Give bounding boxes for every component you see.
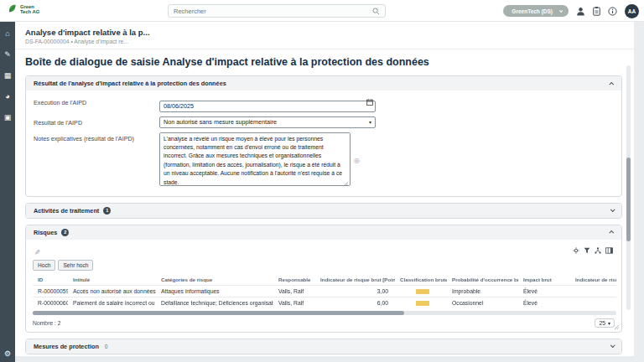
section-result-card: Résultat de l'analyse d'impact relative … <box>25 75 622 197</box>
chevron-down-icon[interactable] <box>610 207 615 212</box>
search-input[interactable] <box>174 8 372 15</box>
risks-table: ID Intitulé Catégories de risque Respons… <box>33 274 616 308</box>
cell-categories: Attaques informatiques <box>156 286 273 297</box>
sidebar: ⌂ ✎ ▦ ◕ ▣ ⚙ <box>0 22 15 362</box>
calendar-icon[interactable] <box>366 99 373 106</box>
execution-date-input[interactable] <box>159 101 376 112</box>
result-label: Résultat de l'AIPD <box>34 116 159 128</box>
section-measures-card: Mesures de protection 0 <box>25 339 622 354</box>
table-row[interactable]: R-00000060 Paiement de salaire incorrect… <box>33 297 616 308</box>
dropdown-arrow-icon: ▾ <box>369 119 371 125</box>
section-risks-header[interactable]: Risques 2 <box>26 225 621 240</box>
filter-sehr-hoch-button[interactable]: Sehr hoch <box>58 260 93 271</box>
col-header[interactable]: Probabilité d'occurrence brute <box>447 274 518 285</box>
cell-gross-indicator: 6,00 <box>315 297 395 308</box>
notes-label: Notes explicatives (résultat de l'AIPD) <box>34 132 159 189</box>
chevron-up-icon[interactable] <box>609 230 614 235</box>
col-header[interactable]: ID <box>33 274 68 285</box>
cell-gross-classification <box>395 297 447 308</box>
cell-gross-probability: Improbable <box>447 286 518 297</box>
col-header[interactable]: Indicateur de risque brut [Points] <box>315 274 395 285</box>
page-size-value: 25 <box>599 320 605 326</box>
col-header[interactable]: Intitulé <box>68 274 156 285</box>
resize-handle-icon[interactable] <box>614 324 620 330</box>
execution-label: Exécution de l'AIPD <box>34 96 159 112</box>
cell-title: Accès non autorisé aux données de paie <box>68 286 156 297</box>
filter-funnel-icon[interactable] <box>584 247 590 254</box>
section-measures-title: Mesures de protection <box>34 343 99 350</box>
section-activities-title: Activités de traitement <box>34 207 99 215</box>
cell-gross-impact: Élevé <box>518 297 570 308</box>
vertical-scrollbar-thumb[interactable] <box>626 158 631 241</box>
notes-textarea[interactable]: L'analyse a révélé un risque moyen à éle… <box>159 132 351 186</box>
edit-pencil-icon[interactable]: ✎ <box>34 248 40 256</box>
vertical-scrollbar[interactable] <box>626 65 631 310</box>
leaf-logo-icon <box>7 3 18 14</box>
measures-count: 0 <box>105 344 108 349</box>
section-measures-header[interactable]: Mesures de protection 0 <box>26 339 621 354</box>
record-subtitle: DS-FA-00000004 • Analyse d'impact re... <box>25 39 624 44</box>
settings-gear-icon[interactable]: ⚙ <box>0 349 15 358</box>
table-row[interactable]: R-00000059 Accès non autorisé aux donnée… <box>33 285 616 297</box>
activities-count-badge: 1 <box>103 207 111 215</box>
col-header[interactable]: Classification brute <box>395 274 447 285</box>
section-risks-title: Risques <box>34 229 57 236</box>
cell-gross-probability: Occasionnel <box>447 297 518 308</box>
result-select-value: Non autorisé sans mesure supplémentaire <box>164 118 277 126</box>
result-select[interactable]: Non autorisé sans mesure supplémentaire … <box>159 116 376 128</box>
cell-title: Paiement de salaire incorrect ou tardif <box>68 297 156 308</box>
tenant-selector-button[interactable]: GreenTech (DS) <box>503 5 569 17</box>
hierarchy-icon[interactable] <box>595 247 601 254</box>
breadcrumb: Analyse d'impact relative à la p... DS-F… <box>15 22 634 49</box>
section-activities-card: Activités de traitement 1 <box>25 203 622 219</box>
pie-chart-icon[interactable]: ◕ <box>0 87 15 106</box>
home-icon[interactable]: ⌂ <box>0 24 15 43</box>
global-search <box>168 4 386 18</box>
classification-badge <box>416 289 429 294</box>
col-header[interactable]: Indicateur de risque net [Poi <box>570 274 616 285</box>
logo-text: Green Tech AG <box>20 4 39 14</box>
dropdown-arrow-icon: ▾ <box>608 320 610 326</box>
resize-handle-icon[interactable] <box>344 181 349 186</box>
horizontal-scrollbar[interactable] <box>33 311 616 315</box>
section-result-title: Résultat de l'analyse d'impact relative … <box>34 80 226 87</box>
chevron-down-icon[interactable] <box>610 343 615 348</box>
cell-categories: Défaillance technique; Déficiences organ… <box>156 297 273 308</box>
chevron-up-icon[interactable] <box>609 81 614 86</box>
info-icon[interactable] <box>608 7 617 16</box>
avatar[interactable]: AA <box>625 4 639 18</box>
risks-count-badge: 2 <box>61 229 69 236</box>
section-risks-card: Risques 2 ✎ Hoch Sehr hoch <box>25 225 622 333</box>
table-icon[interactable]: ▦ <box>0 66 15 85</box>
col-header[interactable]: Impact brut <box>518 274 570 285</box>
page-size-select[interactable]: 25 ▾ <box>595 318 615 328</box>
tenant-label: GreenTech (DS) <box>512 8 553 14</box>
cell-id: R-00000060 <box>33 297 68 308</box>
section-activities-header[interactable]: Activités de traitement 1 <box>26 204 621 218</box>
section-result-header[interactable]: Résultat de l'analyse d'impact relative … <box>26 76 621 90</box>
filter-hoch-button[interactable]: Hoch <box>33 260 55 271</box>
cell-net-indicator <box>570 286 616 297</box>
page-title: Boîte de dialogue de saisie Analyse d'im… <box>25 56 624 68</box>
risks-footer: Nombre : 2 25 ▾ <box>33 318 615 328</box>
top-right-cluster: GreenTech (DS) AA <box>503 0 639 22</box>
main-panel: Analyse d'impact relative à la p... DS-F… <box>15 22 634 356</box>
col-header[interactable]: Catégories de risque <box>156 274 273 285</box>
app-logo: Green Tech AG <box>7 3 39 14</box>
record-title[interactable]: Analyse d'impact relative à la p... <box>25 28 624 37</box>
cell-gross-classification <box>395 286 447 297</box>
col-header[interactable]: Responsable <box>273 274 315 285</box>
classification-badge <box>416 301 429 306</box>
cell-responsible: Valls, Ralf <box>273 297 315 308</box>
form-edit-icon[interactable]: ✎ <box>0 45 15 64</box>
table-settings-icon[interactable] <box>573 247 579 254</box>
chevron-down-icon <box>559 8 563 12</box>
table-tools <box>573 247 613 254</box>
clipboard-icon[interactable] <box>593 7 600 16</box>
report-icon[interactable]: ▣ <box>0 108 15 127</box>
result-form: Exécution de l'AIPD Résultat de l'AIPD N… <box>26 90 621 196</box>
horizontal-scrollbar-thumb[interactable] <box>33 311 404 315</box>
target-icon[interactable]: ◎ <box>354 157 360 164</box>
user-icon[interactable] <box>576 7 585 16</box>
columns-icon[interactable] <box>605 247 613 254</box>
